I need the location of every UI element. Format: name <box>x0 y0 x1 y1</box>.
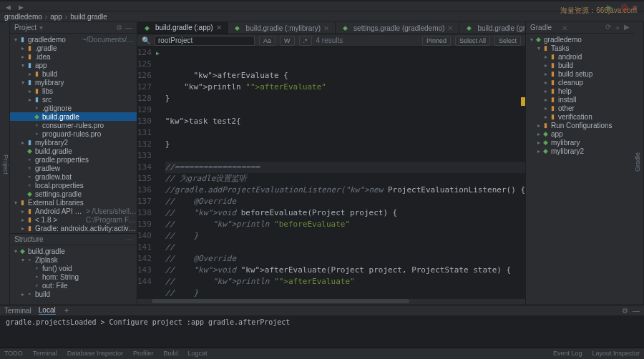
structure-tree[interactable]: ▾◆build.gradle▾▫Ziplask▫fun() void▫hom: … <box>10 245 137 300</box>
editor-tab[interactable]: ◆settings.gradle (gradledemo)✕ <box>336 22 459 34</box>
twisty-icon[interactable]: ▸ <box>20 225 26 232</box>
tree-row[interactable]: ◆build.gradle <box>10 112 137 121</box>
twisty-icon[interactable]: ▸ <box>543 88 549 94</box>
status-terminal[interactable]: Terminal <box>33 350 57 357</box>
twisty-icon[interactable]: ▸ <box>27 88 33 94</box>
find-input[interactable] <box>155 36 255 46</box>
forward-icon[interactable]: ► <box>17 3 24 10</box>
twisty-icon[interactable]: ▸ <box>543 79 549 86</box>
find-word-toggle[interactable]: W <box>280 36 295 46</box>
terminal-hide-icon[interactable]: — <box>633 307 640 315</box>
tree-row[interactable]: ▾▮External Libraries <box>10 198 137 207</box>
twisty-icon[interactable]: ▸ <box>536 122 542 129</box>
twisty-icon[interactable]: ▾ <box>20 79 26 86</box>
hide-icon[interactable]: — <box>125 24 132 31</box>
tree-row[interactable]: ▫proguard-rules.pro <box>10 129 137 138</box>
status-eventlog[interactable]: Event Log <box>553 350 582 357</box>
gradle-tree[interactable]: ▾◆gradledemo▾▮Tasks▸▮android▸▮build▸▮bui… <box>526 34 634 157</box>
close-icon[interactable]: ✕ <box>216 24 222 31</box>
twisty-icon[interactable]: ▸ <box>543 54 549 60</box>
tree-row[interactable]: ▾▮Tasks <box>526 44 634 52</box>
status-build[interactable]: Build <box>163 350 177 357</box>
bc-file[interactable]: build.gradle <box>70 13 107 21</box>
twisty-icon[interactable]: ▸ <box>543 97 549 103</box>
find-pinned[interactable]: Pinned <box>422 36 451 46</box>
tree-row[interactable]: ▸▮android <box>526 52 634 61</box>
tree-row[interactable]: ▸▮help <box>526 87 634 95</box>
plus-icon[interactable]: ＋ <box>614 23 621 33</box>
close-icon[interactable]: ✕ <box>562 24 567 32</box>
tree-row[interactable]: ▫out: File <box>10 281 137 290</box>
twisty-icon[interactable]: ▾ <box>13 248 19 255</box>
status-profiler[interactable]: Profiler <box>133 350 154 357</box>
right-tool-strip[interactable]: Gradle <box>634 22 644 305</box>
status-logcat[interactable]: Logcat <box>187 350 207 357</box>
terminal-output[interactable]: gradle.projectsLoaded > Configure projec… <box>0 315 644 348</box>
tree-row[interactable]: ▫fun() void <box>10 264 137 272</box>
twisty-icon[interactable]: ▸ <box>20 291 26 297</box>
twisty-icon[interactable]: ▸ <box>543 62 549 69</box>
tree-row[interactable]: ▾◆build.gradle <box>10 247 137 255</box>
tree-row[interactable]: ▫.gitignore <box>10 104 137 112</box>
twisty-icon[interactable]: ▾ <box>536 45 542 51</box>
tree-row[interactable]: ▾▮gradledemo ~/Documents/Desktop/Course/… <box>10 35 137 44</box>
back-icon[interactable]: ◄ <box>4 3 11 10</box>
tree-row[interactable]: ▸▮src <box>10 95 137 104</box>
terminal-gear-icon[interactable]: ⚙ <box>622 307 628 315</box>
close-icon[interactable]: ✕ <box>323 24 329 32</box>
tree-row[interactable]: ▸▫build <box>10 290 137 298</box>
tree-row[interactable]: ▸▮Gradle: androidx.activity:activity:1.0… <box>10 224 137 232</box>
twisty-icon[interactable]: ▸ <box>20 139 26 146</box>
tree-row[interactable]: ▾▮app <box>10 61 137 69</box>
h-scrollbar[interactable] <box>137 299 525 305</box>
tree-row[interactable]: ▸▮.idea <box>10 52 137 61</box>
twisty-icon[interactable]: ▸ <box>543 114 549 120</box>
tree-row[interactable]: ▸◆mylibrary2 <box>526 147 634 155</box>
tree-row[interactable]: ▫gradlew.bat <box>10 172 137 181</box>
tree-row[interactable]: ▾◆gradledemo <box>526 35 634 44</box>
left-tool-strip[interactable]: Project <box>0 22 10 305</box>
gradle-run-icon[interactable]: ▶ <box>624 23 630 33</box>
tree-row[interactable]: ▫gradlew <box>10 164 137 172</box>
find-select[interactable]: Select <box>494 36 521 46</box>
editor-tabs[interactable]: ◆build.gradle (:app)✕◆build.gradle (:myl… <box>137 22 525 34</box>
tree-row[interactable]: ▸▮build <box>10 69 137 78</box>
tree-row[interactable]: ▫hom: String <box>10 272 137 281</box>
find-select-all[interactable]: Select All <box>455 36 490 46</box>
terminal-local-tab[interactable]: Local <box>39 306 56 315</box>
add-terminal-button[interactable]: ＋ <box>63 305 70 315</box>
status-db[interactable]: Database Inspector <box>67 350 123 357</box>
twisty-icon[interactable]: ▸ <box>27 71 33 77</box>
line-gutter[interactable]: 1241251261271281291301311321331341351361… <box>137 47 156 299</box>
twisty-icon[interactable]: ▾ <box>20 62 26 69</box>
tree-row[interactable]: ▸▮cleanup <box>526 78 634 87</box>
twisty-icon[interactable]: ▸ <box>20 54 26 60</box>
tree-row[interactable]: ▸◆app <box>526 129 634 138</box>
tree-row[interactable]: ▸▮Android API 30 Platform > /Users/shell… <box>10 207 137 215</box>
tree-row[interactable]: ◆build.gradle <box>10 147 137 155</box>
tree-row[interactable]: ▸▮build setup <box>526 69 634 78</box>
tree-row[interactable]: ▫gradle.properties <box>10 155 137 164</box>
tree-row[interactable]: ▸▮< 1.8 > C:/Program Files/Android/Andro… <box>10 215 137 224</box>
tree-row[interactable]: ▾▮mylibrary <box>10 78 137 87</box>
find-case-toggle[interactable]: Aa <box>259 36 275 46</box>
twisty-icon[interactable]: ▸ <box>536 139 542 146</box>
gear-icon[interactable]: ⚙ <box>116 24 122 31</box>
refresh-icon[interactable]: ⟳ <box>605 23 611 33</box>
tree-row[interactable]: ▸▮mylibrary2 <box>10 138 137 147</box>
twisty-icon[interactable]: ▸ <box>543 105 549 112</box>
tree-row[interactable]: ◆settings.gradle <box>10 190 137 198</box>
tree-row[interactable]: ▸▮Run Configurations <box>526 121 634 129</box>
tree-row[interactable]: ▫local.properties <box>10 181 137 190</box>
tree-row[interactable]: ▸◆mylibrary <box>526 138 634 147</box>
tree-row[interactable]: ▸▮build <box>526 61 634 69</box>
tree-row[interactable]: ▫consumer-rules.pro <box>10 121 137 129</box>
close-icon[interactable]: ✕ <box>447 24 453 32</box>
structure-options-icon[interactable]: ⋯ <box>125 235 132 243</box>
code-editor[interactable]: "kw">afterEvaluate { "kw">println "">aft… <box>160 47 525 299</box>
project-tree[interactable]: ▾▮gradledemo ~/Documents/Desktop/Course/… <box>10 34 137 233</box>
twisty-icon[interactable]: ▾ <box>529 36 535 43</box>
tree-row[interactable]: ▸▮libs <box>10 87 137 95</box>
terminal-tab[interactable]: Terminal <box>4 307 31 315</box>
status-todo[interactable]: TODO <box>4 350 23 357</box>
